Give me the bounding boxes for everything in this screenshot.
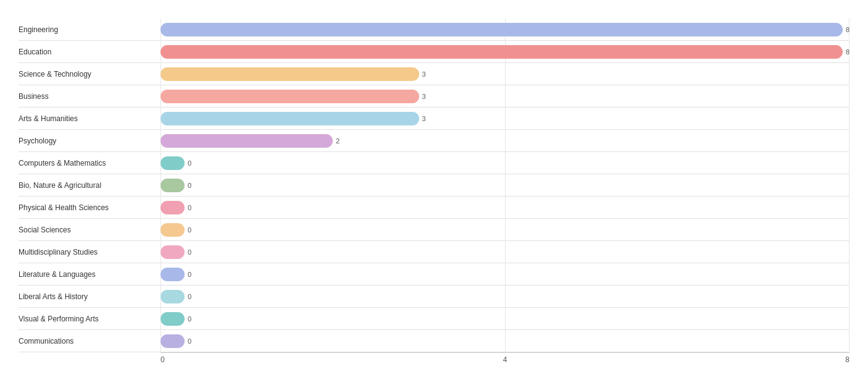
bar-container: 3 [161, 112, 849, 125]
bar-container: 3 [161, 67, 849, 81]
chart-area: Engineering8Education8Science & Technolo… [19, 19, 849, 364]
bar [161, 134, 333, 148]
bar [161, 268, 185, 281]
x-tick-mid: 4 [390, 355, 620, 364]
bar [161, 312, 185, 326]
bar-value: 0 [188, 271, 191, 278]
bar-row: Bio, Nature & Agricultural0 [19, 174, 849, 197]
bar-value: 0 [188, 159, 191, 167]
bar-row: Visual & Performing Arts0 [19, 308, 849, 330]
bar-container: 0 [161, 290, 849, 303]
bar-value: 0 [188, 204, 191, 211]
bar-row: Literature & Languages0 [19, 263, 849, 286]
bar-value: 0 [188, 226, 191, 234]
bar-row: Arts & Humanities3 [19, 108, 849, 130]
bar-value: 0 [188, 315, 191, 323]
bar-container: 0 [161, 245, 849, 259]
bar [161, 179, 185, 192]
bar [161, 90, 419, 103]
bar-label: Science & Technology [19, 70, 161, 78]
bar-container: 2 [161, 134, 849, 148]
bar-value: 0 [188, 182, 191, 189]
bar-value: 0 [188, 248, 191, 256]
bar-container: 8 [161, 23, 849, 36]
bar-label: Arts & Humanities [19, 114, 161, 123]
bar-label: Visual & Performing Arts [19, 315, 161, 323]
bar-container: 0 [161, 156, 849, 170]
bar-label: Education [19, 48, 161, 56]
bar-label: Communications [19, 337, 161, 345]
bar [161, 201, 185, 214]
bar-label: Bio, Nature & Agricultural [19, 181, 161, 190]
bar-row: Business3 [19, 85, 849, 108]
bar-row: Communications0 [19, 330, 849, 352]
bar-container: 0 [161, 312, 849, 326]
bar [161, 334, 185, 348]
bar-value: 0 [188, 293, 191, 300]
x-tick-0: 0 [161, 355, 390, 364]
bar-row: Science & Technology3 [19, 63, 849, 85]
bar-row: Education8 [19, 41, 849, 63]
bar [161, 67, 419, 81]
bar-value: 2 [336, 137, 340, 145]
x-tick-max: 8 [620, 355, 849, 364]
bar-row: Physical & Health Sciences0 [19, 197, 849, 219]
bar-container: 0 [161, 223, 849, 237]
bar-value: 8 [846, 48, 849, 56]
bar-label: Literature & Languages [19, 270, 161, 279]
bar-row: Computers & Mathematics0 [19, 152, 849, 174]
bar-label: Computers & Mathematics [19, 159, 161, 167]
bar [161, 245, 185, 259]
bar-label: Physical & Health Sciences [19, 203, 161, 212]
bar [161, 156, 185, 170]
bar-row: Multidisciplinary Studies0 [19, 241, 849, 263]
bar-container: 3 [161, 90, 849, 103]
bar-container: 0 [161, 201, 849, 214]
bar-row: Psychology2 [19, 130, 849, 152]
bar-rows-container: Engineering8Education8Science & Technolo… [19, 19, 849, 352]
bar [161, 112, 419, 125]
bars-wrapper: Engineering8Education8Science & Technolo… [19, 19, 849, 352]
bar-row: Engineering8 [19, 19, 849, 41]
bar-value: 3 [422, 115, 426, 122]
bar-label: Business [19, 92, 161, 101]
bar [161, 23, 843, 36]
bar-value: 3 [422, 93, 426, 100]
bar-label: Engineering [19, 25, 161, 34]
bar [161, 290, 185, 303]
bar-label: Social Sciences [19, 226, 161, 234]
bar-label: Liberal Arts & History [19, 292, 161, 301]
bar-value: 0 [188, 337, 191, 345]
bar-container: 8 [161, 45, 849, 59]
bar-value: 3 [422, 70, 426, 78]
bar [161, 223, 185, 237]
bar-container: 0 [161, 334, 849, 348]
bar-container: 0 [161, 268, 849, 281]
x-axis: 0 4 8 [161, 352, 849, 364]
bar-value: 8 [846, 26, 849, 33]
bar-container: 0 [161, 179, 849, 192]
bar-row: Liberal Arts & History0 [19, 286, 849, 308]
bar-label: Psychology [19, 137, 161, 145]
bar-row: Social Sciences0 [19, 219, 849, 241]
bar [161, 45, 843, 59]
bar-label: Multidisciplinary Studies [19, 248, 161, 256]
